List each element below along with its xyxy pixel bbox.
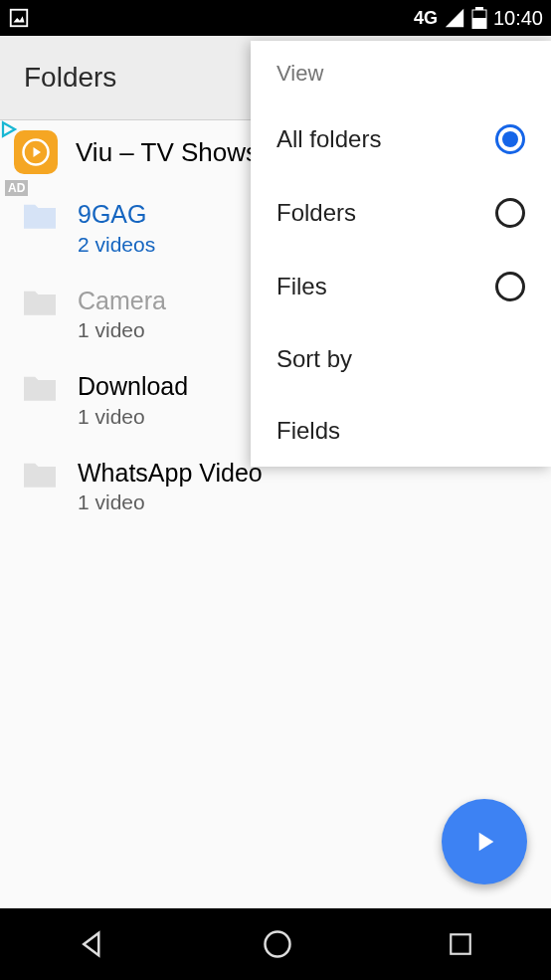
folder-name: 9GAG [78,198,155,231]
network-label: 4G [414,8,438,29]
svg-marker-6 [3,122,15,136]
radio-icon [495,198,525,228]
popup-header: View [251,41,551,102]
folder-icon [20,372,60,404]
view-option[interactable]: Files [251,250,551,323]
ad-app-icon [14,130,58,174]
picture-icon [8,7,30,29]
folder-icon [20,287,60,318]
view-option-label: Files [276,273,327,300]
status-bar: 4G 10:40 [0,0,551,36]
status-right: 4G 10:40 [414,7,543,30]
svg-marker-9 [479,833,494,852]
popup-action[interactable]: Fields [251,395,551,467]
svg-marker-2 [446,9,463,27]
folder-name: Download [78,370,188,403]
battery-icon [471,7,487,29]
ad-privacy-icon[interactable] [0,120,18,138]
view-option[interactable]: All folders [251,102,551,176]
home-icon [263,929,292,959]
svg-marker-1 [14,16,25,22]
folder-icon [20,459,60,490]
nav-bar [0,908,551,980]
play-fab[interactable] [442,799,527,884]
view-option-label: Folders [276,199,356,227]
popup-action-label: Fields [276,417,340,445]
radio-icon [495,124,525,154]
radio-icon [495,272,525,301]
page-title: Folders [24,62,116,94]
popup-action[interactable]: Sort by [251,323,551,395]
status-left [8,7,30,29]
back-icon [78,929,107,959]
play-icon [468,826,500,858]
view-option[interactable]: Folders [251,176,551,250]
svg-point-11 [266,932,290,957]
ad-badge: AD [5,180,28,196]
folder-info: WhatsApp Video1 video [78,457,263,515]
nav-back-button[interactable] [78,929,107,959]
folder-info: 9GAG2 videos [78,198,155,257]
folder-name: Camera [78,285,166,317]
folder-info: Camera1 video [78,285,166,343]
recent-icon [448,931,473,957]
folder-info: Download1 video [78,370,188,429]
clock-label: 10:40 [493,7,543,30]
nav-recent-button[interactable] [448,931,473,957]
svg-rect-0 [11,10,28,27]
signal-icon [444,7,465,29]
svg-marker-10 [84,933,98,956]
view-option-label: All folders [276,125,381,153]
view-popup: View All foldersFoldersFiles Sort byFiel… [251,41,551,467]
svg-rect-5 [472,18,486,29]
svg-marker-8 [34,147,42,157]
folder-subtitle: 2 videos [78,233,155,257]
folder-name: WhatsApp Video [78,457,263,490]
folder-subtitle: 1 video [78,490,263,514]
popup-action-label: Sort by [276,345,352,373]
nav-home-button[interactable] [263,929,292,959]
folder-subtitle: 1 video [78,405,188,429]
folder-icon [20,200,60,232]
folder-subtitle: 1 video [78,318,166,342]
svg-rect-12 [451,934,470,954]
